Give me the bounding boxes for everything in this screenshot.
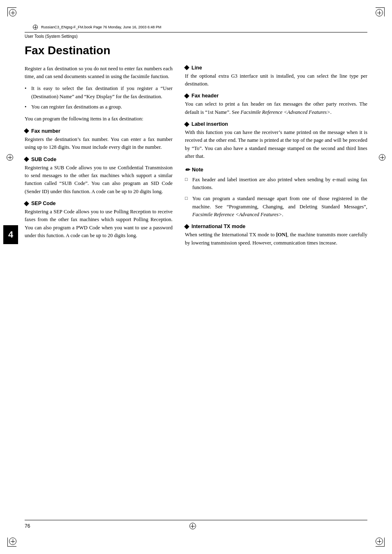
intl-tx-body: When setting the International TX mode t… [185, 231, 367, 247]
file-info-crosshair [33, 25, 38, 30]
diamond-icon-fax-number [24, 128, 29, 134]
note-item-2: You can program a standard message apart… [185, 195, 367, 219]
label-insertion-label: Label insertion [191, 121, 228, 127]
fax-number-body: Registers the destination’s fax number. … [25, 136, 173, 152]
right-column: Line If the optional extra G3 interface … [185, 65, 367, 251]
file-info-text: RussianC3_ENgsg-F_FM.book Page 76 Monday… [41, 25, 161, 29]
diamond-icon-sub-code [24, 157, 29, 162]
bullet-item-2: You can register fax destinations as a g… [25, 103, 173, 111]
chapter-marker: 4 [3, 225, 18, 244]
file-info: RussianC3_ENgsg-F_FM.book Page 76 Monday… [25, 25, 367, 30]
sep-code-body: Registering a SEP Code allows you to use… [25, 208, 173, 240]
footer-crosshair [189, 523, 196, 529]
note-section: ✏ Note Fax header and label insertion ar… [185, 166, 367, 219]
fax-header-body: You can select to print a fax header on … [185, 100, 367, 116]
diamond-icon-fax-header [184, 93, 189, 99]
note-heading: ✏ Note [185, 166, 367, 173]
label-insertion-body: With this function you can have the rece… [185, 129, 367, 161]
intl-tx-label: International TX mode [191, 224, 245, 229]
page-footer: 76 [25, 520, 367, 529]
line-label: Line [191, 65, 202, 71]
intro-paragraph2: You can program the following items in a… [25, 115, 173, 123]
page: RussianC3_ENgsg-F_FM.book Page 76 Monday… [0, 0, 392, 554]
intro-paragraph1: Register a fax destination so you do not… [25, 65, 173, 81]
circle-mark-bl [9, 538, 16, 545]
bullet-item-1: It is easy to select the fax destination… [25, 85, 173, 101]
diamond-icon-sep-code [24, 201, 29, 206]
note-label: Note [192, 167, 203, 173]
note-item-1: Fax header and label insertion are also … [185, 176, 367, 192]
fax-number-label: Fax number [31, 128, 60, 134]
header-rule [25, 32, 367, 32]
page-number: 76 [25, 523, 30, 529]
breadcrumb: User Tools (System Settings) [25, 34, 367, 39]
left-column: Register a fax destination so you do not… [25, 65, 173, 243]
line-body: If the optional extra G3 interface unit … [185, 72, 367, 88]
right-crosshair [379, 154, 385, 161]
footer-content: 76 [25, 523, 367, 529]
circle-mark-br [376, 538, 383, 545]
section-fax-number-heading: Fax number [25, 128, 173, 134]
two-column-layout: Register a fax destination so you do not… [25, 65, 367, 251]
content-body: 4 Register a fax destination so you do n… [25, 65, 367, 251]
section-fax-header-heading: Fax header [185, 93, 367, 99]
section-intl-tx-heading: International TX mode [185, 224, 367, 229]
diamond-icon-intl-tx [184, 224, 189, 229]
diamond-icon-label-insertion [184, 122, 189, 127]
circle-mark-tr [376, 9, 383, 16]
sub-code-body: Registering a SUB Code allows you to use… [25, 164, 173, 196]
section-label-insertion-heading: Label insertion [185, 121, 367, 127]
footer-rule [25, 520, 367, 520]
section-sep-code-heading: SEP Code [25, 201, 173, 206]
circle-mark-tl [9, 9, 16, 16]
sub-code-label: SUB Code [31, 157, 56, 162]
page-content: RussianC3_ENgsg-F_FM.book Page 76 Monday… [25, 25, 367, 529]
note-pencil-icon: ✏ [185, 166, 190, 173]
diamond-icon-line [184, 65, 189, 70]
section-sub-code-heading: SUB Code [25, 157, 173, 162]
fax-header-label: Fax header [191, 93, 219, 99]
page-title: Fax Destination [25, 44, 367, 58]
left-crosshair [7, 154, 13, 161]
sep-code-label: SEP Code [31, 201, 56, 206]
section-line-heading: Line [185, 65, 367, 71]
intro-bullets: It is easy to select the fax destination… [25, 85, 173, 111]
